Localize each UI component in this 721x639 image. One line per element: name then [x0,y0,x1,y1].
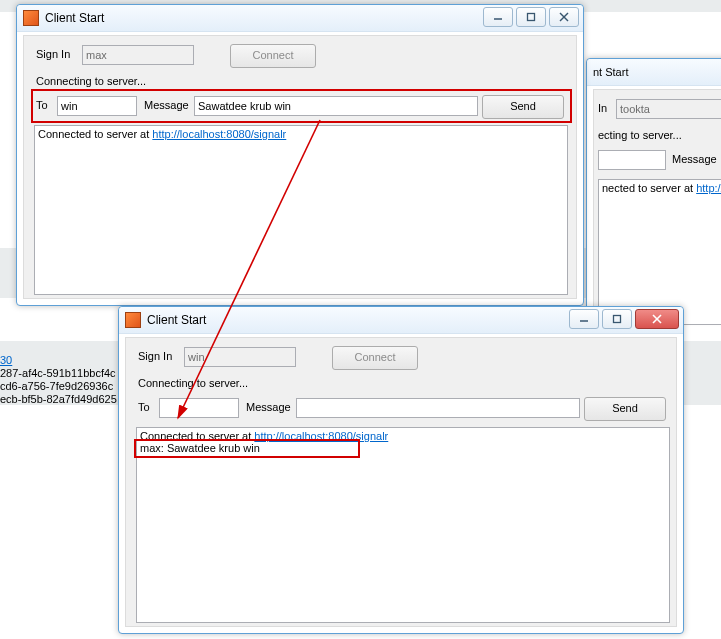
bg-id-1: 30 [0,354,12,366]
log-area: Connected to server at http://localhost:… [136,427,670,623]
msg-label: Message [672,153,717,165]
signin-input: tookta [616,99,721,119]
msg-label: Message [246,401,291,413]
minimize-button[interactable] [483,7,513,27]
window-title: Client Start [45,11,104,25]
msg-label: Message [144,99,189,111]
app-icon [125,312,141,328]
client-window-max: Client Start Sign In max Connect Connect… [16,4,584,306]
send-button[interactable]: Send [584,397,666,421]
status-text: Connecting to server... [138,377,248,389]
bg-id-3: cd6-a756-7fe9d26936c [0,380,113,392]
svg-rect-1 [528,14,535,21]
send-button[interactable]: Send [482,95,564,119]
bg-id-4: ecb-bf5b-82a7fd49d625 [0,393,117,405]
client-window-right: nt Start In tookta ecting to server... M… [586,58,721,320]
client-window-win: Client Start Sign In win Connect Connect… [118,306,684,634]
to-input[interactable] [598,150,666,170]
minimize-button[interactable] [569,309,599,329]
log-prefix: Connected to server at [38,128,152,140]
window-title: Client Start [147,313,206,327]
to-input[interactable] [159,398,239,418]
to-input[interactable]: win [57,96,137,116]
to-label: To [36,99,48,111]
log-msg-line: max: Sawatdee krub win [140,442,666,454]
close-button[interactable] [549,7,579,27]
titlebar[interactable]: Client Start [119,307,683,334]
log-area: Connected to server at http://localhost:… [34,125,568,295]
log-link[interactable]: http://localhost:8080/signalr [254,430,388,442]
to-label: To [138,401,150,413]
signin-label: Sign In [138,350,172,362]
svg-rect-5 [614,316,621,323]
maximize-button[interactable] [602,309,632,329]
signin-input: win [184,347,296,367]
connect-button[interactable]: Connect [332,346,418,370]
app-icon [23,10,39,26]
signin-input: max [82,45,194,65]
status-text: Connecting to server... [36,75,146,87]
signin-label-fragment: In [598,102,607,114]
msg-input[interactable]: Sawatdee krub win [194,96,478,116]
connect-button[interactable]: Connect [230,44,316,68]
title-fragment: nt Start [593,66,628,78]
log-area: nected to server at http://lo [598,179,721,325]
close-button[interactable] [635,309,679,329]
titlebar[interactable]: Client Start [17,5,583,32]
msg-input[interactable] [296,398,580,418]
signin-label: Sign In [36,48,70,60]
log-link[interactable]: http://localhost:8080/signalr [152,128,286,140]
bg-id-2: 287-af4c-591b11bbcf4c [0,367,116,379]
log-prefix: nected to server at [602,182,696,194]
log-prefix: Connected to server at [140,430,254,442]
titlebar[interactable]: nt Start [587,59,721,86]
status-fragment: ecting to server... [598,129,682,141]
maximize-button[interactable] [516,7,546,27]
log-link[interactable]: http://lo [696,182,721,194]
